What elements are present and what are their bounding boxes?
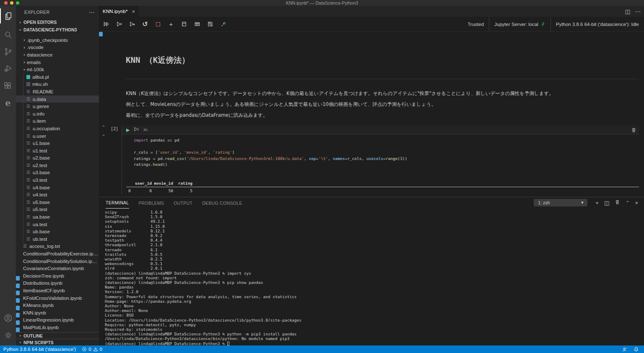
tab-knn-ipynb[interactable]: KNN.ipynb* × <box>99 6 139 17</box>
zoom-window-button[interactable] <box>16 1 19 5</box>
file-item-ub.base[interactable]: ☰ub.base <box>16 228 99 235</box>
extensions-activity-button[interactable] <box>0 78 16 93</box>
kill-terminal-icon[interactable] <box>615 199 620 206</box>
files-icon <box>4 11 13 21</box>
terminal-output[interactable]: scipy 1.6.0 Send2Trash 1.5.0 setuptools … <box>105 210 642 345</box>
file-item-DecisionTree.ipynb[interactable]: DecisionTree.ipynb <box>16 272 99 280</box>
npm-scripts-section[interactable]: › NPM SCRIPTS <box>16 339 99 345</box>
file-item-access_log.txt[interactable]: ☰access_log.txt <box>16 243 99 250</box>
collapse-cell-icon[interactable]: ⌃ <box>100 125 107 131</box>
file-item-u5.base[interactable]: ☰u5.base <box>16 198 99 206</box>
file-item-u2.test[interactable]: ☰u2.test <box>16 162 99 169</box>
run-cell-and-below-icon[interactable] <box>134 126 139 134</box>
accounts-button[interactable] <box>0 310 16 325</box>
kernel-indicator[interactable]: Python 3.8.6 64-bit ('datascience'): Idl… <box>551 17 644 31</box>
bell-icon[interactable] <box>634 347 639 352</box>
minimize-window-button[interactable] <box>10 1 13 5</box>
open-editors-section[interactable]: › OPEN EDITORS <box>16 18 99 26</box>
python-interpreter-status[interactable]: Python 3.8.6 64-bit ('datascience') <box>3 347 76 352</box>
variable-explorer-icon[interactable] <box>193 21 201 28</box>
run-all-cells-icon[interactable] <box>102 21 110 28</box>
panel-tab-output[interactable]: OUTPUT <box>174 197 192 209</box>
file-item-u1.test[interactable]: ☰u1.test <box>16 147 99 155</box>
outline-section[interactable]: › OUTLINE <box>16 332 99 339</box>
save-icon[interactable] <box>206 21 214 28</box>
jupyter-server-indicator[interactable]: Jupyter Server: local <box>489 17 551 31</box>
problems-status[interactable]: 0 0 <box>82 347 102 352</box>
split-editor-icon[interactable]: ◫ <box>625 8 630 15</box>
file-item-README[interactable]: ☰README <box>16 88 99 95</box>
folder-item-.ipynb_checkpoints[interactable]: ›.ipynb_checkpoints <box>16 36 99 44</box>
file-item-MatPlotLib.ipynb[interactable]: MatPlotLib.ipynb <box>16 324 99 331</box>
indent-guide <box>23 206 23 214</box>
feedback-icon[interactable] <box>622 347 628 352</box>
new-terminal-icon[interactable]: + <box>595 200 599 206</box>
file-item-ub.test[interactable]: ☰ub.test <box>16 235 99 243</box>
file-item-ua.base[interactable]: ☰ua.base <box>16 213 99 221</box>
expand-cell-icon[interactable]: ⌃ <box>100 131 107 137</box>
file-item-ConditionalProbabilitySolution.ipynb[interactable]: ConditionalProbabilitySolution.ipynb <box>16 258 99 265</box>
file-item-u3.base[interactable]: ☰u3.base <box>16 169 99 177</box>
file-item-u3.test[interactable]: ☰u3.test <box>16 176 99 184</box>
source-control-activity-button[interactable] <box>0 44 16 59</box>
file-item-ua.test[interactable]: ☰ua.test <box>16 221 99 228</box>
run-cell-icon[interactable]: ▶ <box>126 127 130 133</box>
file-item-allbut.pl[interactable]: allbut.pl <box>16 73 99 81</box>
file-item-KMeans.ipynb[interactable]: KMeans.ipynb <box>16 301 99 309</box>
search-activity-button[interactable] <box>0 27 16 42</box>
editor-more-actions-icon[interactable]: ⋯ <box>635 8 641 15</box>
file-label: Distributions.ipynb <box>23 281 62 286</box>
insert-cell-icon[interactable]: + <box>167 21 175 28</box>
file-item-KNN.ipynb[interactable]: KNN.ipynb <box>16 309 99 317</box>
folder-item-emails[interactable]: ›emails <box>16 59 99 66</box>
file-item-u2.base[interactable]: ☰u2.base <box>16 155 99 162</box>
workspace-root-section[interactable]: › DATASCIENCE-PYTHON3 <box>16 26 99 33</box>
split-terminal-icon[interactable]: ◫ <box>604 200 609 206</box>
file-item-ItemBasedCF.ipynb[interactable]: ItemBasedCF.ipynb <box>16 287 99 294</box>
file-item-KFoldCrossValidation.ipynb[interactable]: KFoldCrossValidation.ipynb <box>16 294 99 302</box>
panel-tab-terminal[interactable]: TERMINAL <box>106 197 129 209</box>
file-item-u1.base[interactable]: ☰u1.base <box>16 139 99 147</box>
panel-tab-debug-console[interactable]: DEBUG CONSOLE <box>202 197 242 209</box>
trusted-indicator[interactable]: Trusted <box>463 17 489 31</box>
settings-button[interactable] <box>0 327 16 343</box>
maximize-panel-icon[interactable]: ⌃ <box>626 200 629 206</box>
e-extension-activity-button[interactable]: e <box>0 95 16 110</box>
file-item-u.item[interactable]: ☰u.item <box>16 118 99 125</box>
interrupt-kernel-icon[interactable] <box>154 21 162 28</box>
delete-cell-icon[interactable] <box>631 127 636 134</box>
close-window-button[interactable] <box>4 1 8 5</box>
file-item-u.info[interactable]: ☰u.info <box>16 110 99 118</box>
file-item-u.genre[interactable]: ☰u.genre <box>16 103 99 110</box>
folder-item-ml-100k[interactable]: ›ml-100k <box>16 66 99 73</box>
close-tab-icon[interactable]: × <box>132 8 135 15</box>
code-cell[interactable]: ▶ M↓ import pandas as pdr_cols = ['user_… <box>122 126 639 195</box>
panel-tab-problems[interactable]: PROBLEMS <box>139 197 164 209</box>
file-item-u.user[interactable]: ☰u.user <box>16 132 99 140</box>
file-item-u.occupation[interactable]: ☰u.occupation <box>16 125 99 132</box>
explorer-more-actions-icon[interactable]: ⋯ <box>89 9 95 15</box>
restart-kernel-icon[interactable]: ↺ <box>141 21 149 28</box>
folder-item-datascience[interactable]: ›datascience <box>16 51 99 59</box>
explorer-activity-button[interactable] <box>0 8 16 23</box>
file-item-u4.base[interactable]: ☰u4.base <box>16 184 99 191</box>
file-item-u5.test[interactable]: ☰u5.test <box>16 206 99 214</box>
connect-server-icon[interactable] <box>219 21 227 28</box>
file-item-u.data[interactable]: ☰u.data <box>16 95 99 103</box>
terminal-shell-selector[interactable]: 1: zsh ▼ <box>534 199 587 206</box>
export-notebook-icon[interactable] <box>180 21 188 28</box>
run-cells-above-icon[interactable] <box>115 21 123 28</box>
run-cells-below-icon[interactable] <box>128 21 136 28</box>
close-panel-icon[interactable]: × <box>635 200 638 206</box>
convert-to-markdown-icon[interactable]: M↓ <box>143 128 148 132</box>
file-item-ConditionalProbabilityExercise.ipynb[interactable]: ConditionalProbabilityExercise.ipynb <box>16 250 99 258</box>
file-item-LinearRegression.ipynb[interactable]: LinearRegression.ipynb <box>16 317 99 324</box>
file-item-u4.test[interactable]: ☰u4.test <box>16 191 99 198</box>
file-item-Distributions.ipynb[interactable]: Distributions.ipynb <box>16 280 99 287</box>
folder-item-.vscode[interactable]: ›.vscode <box>16 44 99 52</box>
lines-file-icon: ☰ <box>26 90 31 94</box>
file-item-CovarianceCorrelation.ipynb[interactable]: CovarianceCorrelation.ipynb <box>16 265 99 272</box>
file-item-mku.sh[interactable]: mku.sh <box>16 81 99 88</box>
run-debug-activity-button[interactable] <box>0 61 16 76</box>
cell-code-editor[interactable]: import pandas as pdr_cols = ['user_id', … <box>122 134 639 175</box>
